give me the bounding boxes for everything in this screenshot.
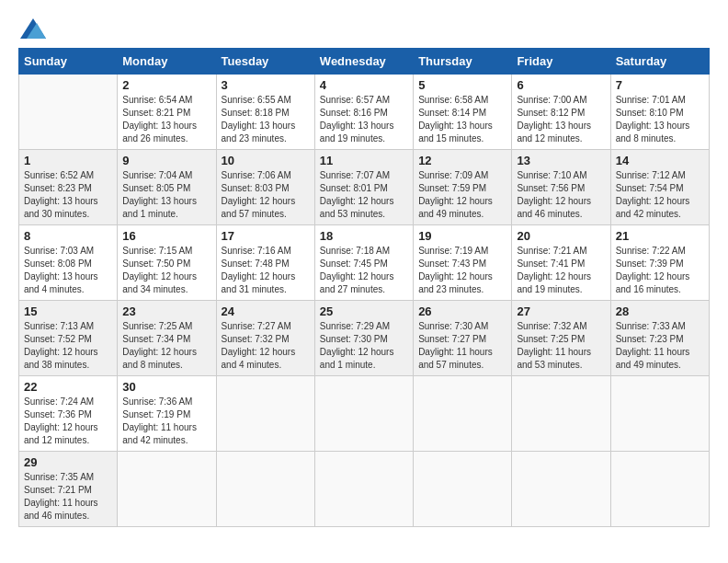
day-info: Sunrise: 7:04 AM Sunset: 8:05 PM Dayligh… (122, 169, 210, 221)
day-number: 2 (122, 78, 210, 92)
calendar-cell: 9Sunrise: 7:04 AM Sunset: 8:05 PM Daylig… (118, 150, 216, 225)
calendar-week-row: 2Sunrise: 6:54 AM Sunset: 8:21 PM Daylig… (19, 75, 710, 150)
calendar-cell (512, 376, 610, 452)
day-number: 9 (122, 154, 210, 167)
day-number: 23 (122, 304, 210, 318)
calendar-cell: 27Sunrise: 7:32 AM Sunset: 7:25 PM Dayli… (512, 301, 610, 376)
calendar-cell: 23Sunrise: 7:25 AM Sunset: 7:34 PM Dayli… (118, 301, 216, 376)
day-number: 1 (24, 154, 112, 167)
day-info: Sunrise: 7:21 AM Sunset: 7:41 PM Dayligh… (517, 245, 605, 296)
day-number: 19 (418, 229, 506, 243)
calendar-cell: 25Sunrise: 7:29 AM Sunset: 7:30 PM Dayli… (314, 301, 413, 376)
day-info: Sunrise: 7:24 AM Sunset: 7:36 PM Dayligh… (24, 396, 112, 447)
day-info: Sunrise: 6:57 AM Sunset: 8:16 PM Dayligh… (320, 94, 408, 145)
calendar-week-row: 8Sunrise: 7:03 AM Sunset: 8:08 PM Daylig… (19, 225, 710, 301)
calendar-cell: 26Sunrise: 7:30 AM Sunset: 7:27 PM Dayli… (414, 301, 512, 376)
day-number: 3 (222, 78, 310, 92)
day-info: Sunrise: 7:12 AM Sunset: 7:54 PM Dayligh… (616, 169, 704, 221)
day-number: 11 (320, 154, 408, 167)
calendar-cell: 28Sunrise: 7:33 AM Sunset: 7:23 PM Dayli… (610, 301, 709, 376)
day-info: Sunrise: 7:09 AM Sunset: 7:59 PM Dayligh… (418, 169, 506, 221)
calendar-cell: 8Sunrise: 7:03 AM Sunset: 8:08 PM Daylig… (19, 225, 118, 301)
day-number: 24 (222, 304, 310, 318)
calendar-week-row: 29Sunrise: 7:35 AM Sunset: 7:21 PM Dayli… (19, 452, 710, 527)
day-number: 25 (320, 304, 408, 318)
day-info: Sunrise: 7:35 AM Sunset: 7:21 PM Dayligh… (24, 471, 112, 523)
calendar-cell (118, 452, 216, 527)
day-info: Sunrise: 7:32 AM Sunset: 7:25 PM Dayligh… (517, 320, 605, 372)
day-number: 26 (418, 304, 506, 318)
calendar-cell: 15Sunrise: 7:13 AM Sunset: 7:52 PM Dayli… (19, 301, 118, 376)
calendar-cell: 21Sunrise: 7:22 AM Sunset: 7:39 PM Dayli… (610, 225, 709, 301)
calendar-cell: 12Sunrise: 7:09 AM Sunset: 7:59 PM Dayli… (414, 150, 512, 225)
calendar-cell: 6Sunrise: 7:00 AM Sunset: 8:12 PM Daylig… (512, 75, 610, 150)
day-info: Sunrise: 7:10 AM Sunset: 7:56 PM Dayligh… (517, 169, 605, 221)
column-header-sunday: Sunday (19, 49, 118, 75)
day-info: Sunrise: 7:00 AM Sunset: 8:12 PM Dayligh… (517, 94, 605, 145)
day-number: 6 (517, 78, 605, 92)
day-number: 21 (616, 229, 704, 243)
column-header-tuesday: Tuesday (216, 49, 314, 75)
calendar-table: SundayMondayTuesdayWednesdayThursdayFrid… (18, 48, 710, 527)
calendar-cell: 7Sunrise: 7:01 AM Sunset: 8:10 PM Daylig… (610, 75, 709, 150)
calendar-cell (414, 452, 512, 527)
day-number: 13 (517, 154, 605, 167)
day-number: 30 (122, 380, 210, 394)
day-info: Sunrise: 6:55 AM Sunset: 8:18 PM Dayligh… (222, 94, 310, 145)
day-number: 15 (24, 304, 112, 318)
day-number: 27 (517, 304, 605, 318)
calendar-cell (512, 452, 610, 527)
column-header-monday: Monday (118, 49, 216, 75)
calendar-cell: 17Sunrise: 7:16 AM Sunset: 7:48 PM Dayli… (216, 225, 314, 301)
calendar-cell: 10Sunrise: 7:06 AM Sunset: 8:03 PM Dayli… (216, 150, 314, 225)
day-info: Sunrise: 7:16 AM Sunset: 7:48 PM Dayligh… (222, 245, 310, 296)
page-header (18, 18, 710, 39)
column-header-wednesday: Wednesday (314, 49, 413, 75)
calendar-cell: 3Sunrise: 6:55 AM Sunset: 8:18 PM Daylig… (216, 75, 314, 150)
day-info: Sunrise: 7:33 AM Sunset: 7:23 PM Dayligh… (616, 320, 704, 372)
calendar-cell: 29Sunrise: 7:35 AM Sunset: 7:21 PM Dayli… (19, 452, 118, 527)
calendar-cell (610, 376, 709, 452)
day-info: Sunrise: 7:15 AM Sunset: 7:50 PM Dayligh… (122, 245, 210, 296)
day-number: 7 (616, 78, 704, 92)
calendar-cell: 11Sunrise: 7:07 AM Sunset: 8:01 PM Dayli… (314, 150, 413, 225)
day-info: Sunrise: 7:30 AM Sunset: 7:27 PM Dayligh… (418, 320, 506, 372)
column-header-friday: Friday (512, 49, 610, 75)
day-info: Sunrise: 6:58 AM Sunset: 8:14 PM Dayligh… (418, 94, 506, 145)
column-header-thursday: Thursday (414, 49, 512, 75)
day-info: Sunrise: 7:36 AM Sunset: 7:19 PM Dayligh… (122, 396, 210, 447)
calendar-cell: 13Sunrise: 7:10 AM Sunset: 7:56 PM Dayli… (512, 150, 610, 225)
calendar-cell: 4Sunrise: 6:57 AM Sunset: 8:16 PM Daylig… (314, 75, 413, 150)
day-info: Sunrise: 7:27 AM Sunset: 7:32 PM Dayligh… (222, 320, 310, 372)
day-info: Sunrise: 6:54 AM Sunset: 8:21 PM Dayligh… (122, 94, 210, 145)
calendar-cell: 5Sunrise: 6:58 AM Sunset: 8:14 PM Daylig… (414, 75, 512, 150)
day-number: 16 (122, 229, 210, 243)
calendar-cell: 2Sunrise: 6:54 AM Sunset: 8:21 PM Daylig… (118, 75, 216, 150)
calendar-cell (216, 376, 314, 452)
calendar-cell (216, 452, 314, 527)
day-number: 18 (320, 229, 408, 243)
day-number: 5 (418, 78, 506, 92)
calendar-cell (314, 452, 413, 527)
day-info: Sunrise: 7:13 AM Sunset: 7:52 PM Dayligh… (24, 320, 112, 372)
day-info: Sunrise: 7:03 AM Sunset: 8:08 PM Dayligh… (24, 245, 112, 296)
column-header-saturday: Saturday (610, 49, 709, 75)
day-number: 20 (517, 229, 605, 243)
day-number: 4 (320, 78, 408, 92)
day-number: 29 (24, 455, 112, 469)
logo (18, 18, 46, 39)
day-info: Sunrise: 7:06 AM Sunset: 8:03 PM Dayligh… (222, 169, 310, 221)
day-number: 28 (616, 304, 704, 318)
calendar-cell: 19Sunrise: 7:19 AM Sunset: 7:43 PM Dayli… (414, 225, 512, 301)
calendar-cell (610, 452, 709, 527)
calendar-cell: 18Sunrise: 7:18 AM Sunset: 7:45 PM Dayli… (314, 225, 413, 301)
logo-icon (20, 18, 46, 39)
day-info: Sunrise: 7:25 AM Sunset: 7:34 PM Dayligh… (122, 320, 210, 372)
day-info: Sunrise: 7:22 AM Sunset: 7:39 PM Dayligh… (616, 245, 704, 296)
calendar-week-row: 22Sunrise: 7:24 AM Sunset: 7:36 PM Dayli… (19, 376, 710, 452)
calendar-cell (19, 75, 118, 150)
calendar-cell: 14Sunrise: 7:12 AM Sunset: 7:54 PM Dayli… (610, 150, 709, 225)
calendar-week-row: 15Sunrise: 7:13 AM Sunset: 7:52 PM Dayli… (19, 301, 710, 376)
calendar-cell: 16Sunrise: 7:15 AM Sunset: 7:50 PM Dayli… (118, 225, 216, 301)
calendar-cell (314, 376, 413, 452)
